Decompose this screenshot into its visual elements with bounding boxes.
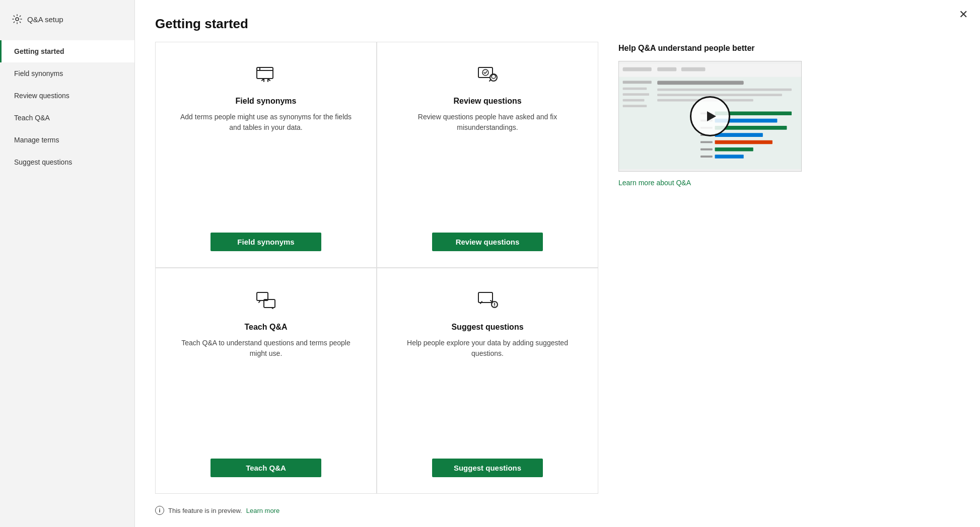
app-container: ✕ Q&A setup Getting started Field synony… — [0, 0, 980, 527]
svg-rect-1 — [257, 67, 273, 79]
svg-rect-18 — [623, 81, 652, 84]
info-icon: i — [155, 506, 164, 515]
play-button[interactable] — [690, 96, 730, 136]
footer-learn-more-link[interactable]: Learn more — [246, 507, 279, 514]
suggest-questions-button[interactable]: Suggest questions — [432, 459, 543, 477]
card-review-questions: Review questions Review questions people… — [377, 42, 598, 268]
svg-rect-40 — [701, 156, 713, 158]
main-header: Getting started — [135, 0, 980, 42]
svg-rect-33 — [715, 155, 744, 159]
svg-marker-41 — [707, 111, 716, 121]
teach-qa-button[interactable]: Teach Q&A — [211, 459, 321, 477]
card-suggest-questions-desc: Help people explore your data by adding … — [397, 338, 578, 446]
page-title: Getting started — [155, 16, 960, 32]
review-questions-icon — [473, 60, 502, 89]
help-title: Help Q&A understand people better — [618, 42, 802, 53]
field-synonyms-button[interactable]: Field synonyms — [211, 233, 321, 251]
card-teach-qa-title: Teach Q&A — [244, 323, 287, 332]
gear-icon — [12, 14, 22, 24]
sidebar-item-manage-terms[interactable]: Manage terms — [0, 129, 134, 151]
svg-rect-39 — [701, 148, 713, 150]
card-review-questions-desc: Review questions people have asked and f… — [397, 112, 578, 220]
svg-point-0 — [16, 18, 19, 21]
svg-rect-16 — [657, 67, 676, 71]
svg-rect-19 — [623, 88, 647, 90]
svg-rect-25 — [657, 94, 782, 96]
content-area: Field synonyms Add terms people might us… — [135, 42, 980, 494]
svg-rect-30 — [715, 133, 763, 137]
card-suggest-questions: Suggest questions Help people explore yo… — [377, 268, 598, 494]
close-button[interactable]: ✕ — [959, 9, 968, 20]
sidebar-item-field-synonyms[interactable]: Field synonyms — [0, 62, 134, 85]
card-field-synonyms: Field synonyms Add terms people might us… — [155, 42, 377, 268]
svg-rect-24 — [657, 89, 792, 91]
svg-rect-17 — [681, 67, 706, 71]
field-synonyms-icon — [252, 60, 280, 89]
footer-preview-text: This feature is in preview. — [168, 507, 242, 514]
footer: i This feature is in preview. Learn more — [135, 494, 980, 527]
card-field-synonyms-title: Field synonyms — [236, 97, 297, 106]
cards-grid: Field synonyms Add terms people might us… — [155, 42, 598, 494]
right-panel: Help Q&A understand people better — [610, 42, 802, 494]
svg-rect-32 — [715, 147, 753, 152]
svg-rect-22 — [623, 105, 647, 107]
sidebar-item-review-questions[interactable]: Review questions — [0, 85, 134, 107]
card-teach-qa-desc: Teach Q&A to understand questions and te… — [176, 338, 356, 446]
video-thumbnail[interactable] — [618, 61, 802, 172]
svg-rect-23 — [657, 81, 743, 85]
card-field-synonyms-desc: Add terms people might use as synonyms f… — [176, 112, 356, 220]
learn-more-link[interactable]: Learn more about Q&A — [618, 179, 802, 187]
card-review-questions-title: Review questions — [453, 97, 521, 106]
svg-rect-15 — [623, 67, 652, 71]
svg-rect-21 — [623, 99, 645, 102]
teach-qa-icon — [252, 286, 280, 315]
sidebar-item-getting-started[interactable]: Getting started — [0, 40, 134, 62]
suggest-questions-icon — [473, 286, 502, 315]
sidebar: Q&A setup Getting started Field synonyms… — [0, 0, 135, 527]
svg-point-12 — [494, 306, 495, 307]
main-content: Getting started Field — [135, 0, 980, 527]
sidebar-item-suggest-questions[interactable]: Suggest questions — [0, 151, 134, 173]
svg-rect-38 — [701, 141, 713, 143]
card-teach-qa: Teach Q&A Teach Q&A to understand questi… — [155, 268, 377, 494]
review-questions-button[interactable]: Review questions — [432, 233, 543, 251]
card-suggest-questions-title: Suggest questions — [451, 323, 523, 332]
play-icon — [701, 107, 719, 125]
svg-rect-31 — [715, 140, 773, 144]
sidebar-nav: Getting started Field synonyms Review qu… — [0, 38, 134, 173]
sidebar-item-teach-qa[interactable]: Teach Q&A — [0, 107, 134, 129]
svg-rect-20 — [623, 93, 649, 96]
sidebar-header: Q&A setup — [0, 0, 134, 38]
sidebar-header-label: Q&A setup — [27, 15, 63, 24]
